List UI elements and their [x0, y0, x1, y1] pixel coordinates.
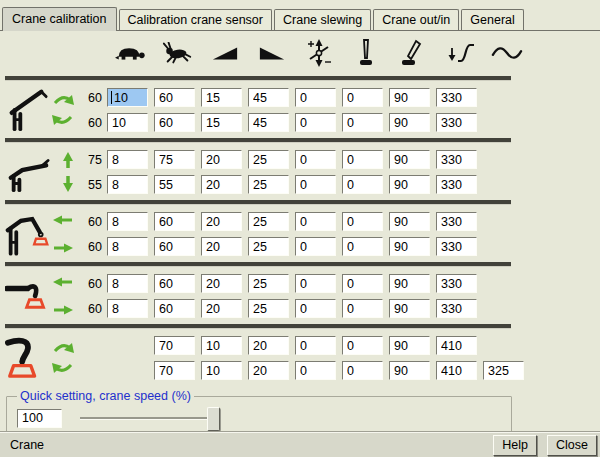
- param-input[interactable]: [248, 237, 289, 256]
- param-input[interactable]: [389, 212, 430, 231]
- param-input[interactable]: [295, 212, 336, 231]
- param-input[interactable]: [201, 113, 242, 132]
- param-input[interactable]: [436, 361, 477, 380]
- crane-slewing-icon: [5, 88, 49, 132]
- param-input[interactable]: [342, 150, 383, 169]
- param-input[interactable]: [107, 150, 148, 169]
- param-input[interactable]: [248, 361, 289, 380]
- param-input[interactable]: [201, 361, 242, 380]
- param-input[interactable]: [154, 336, 195, 355]
- param-input[interactable]: [248, 113, 289, 132]
- param-input[interactable]: [389, 274, 430, 293]
- param-input[interactable]: [436, 237, 477, 256]
- param-input[interactable]: [436, 150, 477, 169]
- param-input[interactable]: [248, 88, 289, 107]
- param-input[interactable]: [342, 175, 383, 194]
- param-input[interactable]: [248, 150, 289, 169]
- param-input[interactable]: [154, 113, 195, 132]
- param-input[interactable]: [107, 175, 148, 194]
- param-input[interactable]: [201, 237, 242, 256]
- param-input[interactable]: [154, 361, 195, 380]
- param-input[interactable]: [389, 336, 430, 355]
- param-input[interactable]: [342, 88, 383, 107]
- group-rotator: [0, 331, 600, 385]
- slider-thumb[interactable]: [207, 407, 220, 431]
- param-input[interactable]: [295, 150, 336, 169]
- param-input[interactable]: [342, 361, 383, 380]
- param-row: 60: [76, 85, 600, 110]
- param-input[interactable]: [389, 361, 430, 380]
- param-input[interactable]: [248, 336, 289, 355]
- param-input[interactable]: [201, 150, 242, 169]
- param-input[interactable]: [436, 88, 477, 107]
- param-input[interactable]: [483, 361, 524, 380]
- param-input[interactable]: [201, 212, 242, 231]
- param-input[interactable]: [248, 274, 289, 293]
- slider-track[interactable]: [80, 417, 220, 420]
- param-input[interactable]: [295, 88, 336, 107]
- param-input[interactable]: [436, 175, 477, 194]
- tab-crane-slewing[interactable]: Crane slewing: [274, 9, 371, 30]
- param-input[interactable]: [248, 299, 289, 318]
- param-input[interactable]: [107, 299, 148, 318]
- param-input[interactable]: [389, 88, 430, 107]
- param-input[interactable]: [389, 150, 430, 169]
- param-input[interactable]: [389, 175, 430, 194]
- param-input[interactable]: [389, 113, 430, 132]
- param-input[interactable]: [389, 237, 430, 256]
- param-input[interactable]: [201, 274, 242, 293]
- crane-speed-input[interactable]: [17, 409, 62, 428]
- param-input[interactable]: [342, 336, 383, 355]
- param-input[interactable]: [295, 299, 336, 318]
- crane-speed-slider[interactable]: [80, 407, 220, 429]
- group-boom-up-down: 75 55: [0, 145, 600, 199]
- tab-calibration-crane-sensor[interactable]: Calibration crane sensor: [119, 9, 273, 30]
- param-input[interactable]: [436, 274, 477, 293]
- param-input[interactable]: [154, 299, 195, 318]
- crane-jib-icon: [5, 212, 52, 256]
- text-caret: [111, 91, 112, 104]
- param-input[interactable]: [389, 299, 430, 318]
- param-input[interactable]: [295, 237, 336, 256]
- param-input[interactable]: [342, 113, 383, 132]
- param-input[interactable]: [295, 113, 336, 132]
- param-input[interactable]: [436, 299, 477, 318]
- param-input[interactable]: [248, 212, 289, 231]
- param-input[interactable]: [342, 212, 383, 231]
- separator: [5, 76, 511, 81]
- param-input[interactable]: [154, 150, 195, 169]
- param-input[interactable]: [295, 175, 336, 194]
- param-input[interactable]: [154, 212, 195, 231]
- param-input[interactable]: [342, 299, 383, 318]
- param-input[interactable]: [107, 212, 148, 231]
- param-input[interactable]: [295, 274, 336, 293]
- param-input[interactable]: [436, 336, 477, 355]
- tab-crane-calibration[interactable]: Crane calibration: [2, 7, 117, 31]
- param-input[interactable]: [248, 175, 289, 194]
- param-input[interactable]: [154, 175, 195, 194]
- tab-general[interactable]: General: [461, 9, 523, 30]
- param-input[interactable]: [107, 274, 148, 293]
- param-input[interactable]: [201, 88, 242, 107]
- param-input[interactable]: [201, 336, 242, 355]
- param-input[interactable]: [342, 237, 383, 256]
- param-input[interactable]: [107, 113, 148, 132]
- param-input[interactable]: [154, 88, 195, 107]
- param-input[interactable]: [154, 274, 195, 293]
- param-input-selected[interactable]: [107, 88, 148, 107]
- tab-crane-out-in[interactable]: Crane out/in: [373, 9, 459, 30]
- param-input[interactable]: [295, 336, 336, 355]
- param-input[interactable]: [154, 237, 195, 256]
- row-label: 60: [76, 302, 102, 316]
- param-input[interactable]: [201, 299, 242, 318]
- close-button[interactable]: Close: [547, 435, 597, 456]
- param-input[interactable]: [201, 175, 242, 194]
- param-input[interactable]: [295, 361, 336, 380]
- param-input[interactable]: [436, 113, 477, 132]
- param-input[interactable]: [436, 212, 477, 231]
- tab-strip: Crane calibration Calibration crane sens…: [0, 0, 600, 30]
- param-input[interactable]: [342, 274, 383, 293]
- help-button[interactable]: Help: [493, 435, 537, 456]
- row-label: 60: [76, 116, 102, 130]
- param-input[interactable]: [107, 237, 148, 256]
